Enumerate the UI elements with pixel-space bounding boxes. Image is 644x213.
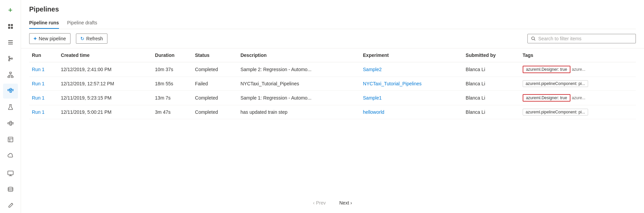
search-box[interactable] (527, 34, 636, 43)
chevron-left-icon: ‹ (313, 200, 315, 206)
prev-button[interactable]: ‹ Prev (309, 198, 330, 208)
svg-rect-12 (11, 76, 13, 78)
sidebar-item-branch[interactable] (3, 51, 18, 66)
tag-item: azureml.Designer: true (523, 94, 570, 102)
sidebar-item-cloud[interactable] (3, 148, 18, 163)
col-header-description: Description (238, 48, 360, 62)
tab-pipeline-drafts[interactable]: Pipeline drafts (67, 17, 97, 29)
run-link[interactable]: Run 1 (32, 95, 44, 101)
created-time: 12/12/2019, 12:57:12 PM (58, 77, 153, 91)
duration: 18m 55s (152, 77, 192, 91)
status: Completed (192, 105, 238, 119)
next-button[interactable]: Next › (335, 198, 356, 208)
experiment-link[interactable]: NYCTaxi_Tutorial_Pipelines (363, 81, 422, 86)
created-time: 12/11/2019, 5:23:15 PM (58, 91, 153, 105)
pagination: ‹ Prev Next › (21, 193, 644, 213)
table-body: Run 112/12/2019, 2:41:00 PM10m 37sComple… (29, 62, 636, 119)
sidebar-item-edit[interactable] (3, 198, 18, 213)
sidebar-item-computer[interactable] (3, 166, 18, 181)
svg-rect-1 (11, 24, 13, 26)
svg-rect-17 (8, 123, 9, 124)
prev-label: Prev (316, 200, 326, 206)
svg-rect-11 (8, 76, 10, 78)
svg-point-23 (8, 187, 13, 189)
main-content: Pipelines Pipeline runs Pipeline drafts … (21, 0, 644, 213)
table-row: Run 112/12/2019, 2:41:00 PM10m 37sComple… (29, 62, 636, 77)
svg-point-7 (8, 56, 10, 58)
sidebar-item-database[interactable] (3, 182, 18, 197)
svg-rect-6 (8, 44, 13, 44)
new-pipeline-label: New pipeline (39, 36, 66, 41)
tab-pipeline-runs[interactable]: Pipeline runs (29, 17, 59, 29)
tag-item: azureml.pipelineComponent: pi... (523, 109, 588, 115)
tags: azureml.Designer: trueazure... (520, 62, 636, 77)
sidebar-item-workflow[interactable] (3, 116, 18, 131)
tag-item: azureml.Designer: true (523, 66, 570, 73)
tags: azureml.pipelineComponent: pi... (520, 105, 636, 119)
sidebar-item-home[interactable] (3, 19, 18, 34)
submitted-by: Blanca Li (463, 77, 520, 91)
run-link[interactable]: Run 1 (32, 67, 44, 72)
description: has updated train step (238, 105, 360, 119)
toolbar: + New pipeline ↻ Refresh (21, 29, 644, 48)
created-time: 12/12/2019, 2:41:00 PM (58, 62, 153, 77)
svg-rect-13 (8, 89, 9, 91)
col-header-submitted-by: Submitted by (463, 48, 520, 62)
tags: azureml.Designer: trueazure... (520, 91, 636, 105)
page-header: Pipelines Pipeline runs Pipeline drafts (21, 0, 644, 29)
svg-rect-10 (9, 72, 12, 73)
duration: 13m 7s (152, 91, 192, 105)
sidebar-item-pipeline[interactable] (3, 84, 18, 99)
svg-point-8 (8, 60, 10, 61)
experiment-link[interactable]: Sample1 (363, 95, 382, 101)
refresh-icon: ↻ (80, 36, 84, 41)
tags: azureml.pipelineComponent: pi... (520, 77, 636, 91)
svg-rect-0 (8, 24, 10, 26)
sidebar-item-org[interactable] (3, 67, 18, 82)
sidebar-item-module[interactable] (3, 132, 18, 147)
submitted-by: Blanca Li (463, 105, 520, 119)
refresh-label: Refresh (86, 36, 103, 41)
pipeline-runs-table: Run Created time Duration Status Descrip… (29, 48, 636, 119)
run-link[interactable]: Run 1 (32, 81, 44, 86)
sidebar-item-list[interactable] (3, 35, 18, 50)
submitted-by: Blanca Li (463, 62, 520, 77)
tag-item-secondary: azure... (572, 67, 585, 72)
submitted-by: Blanca Li (463, 91, 520, 105)
svg-rect-22 (8, 171, 13, 175)
page-title: Pipelines (29, 5, 636, 13)
duration: 10m 37s (152, 62, 192, 77)
duration: 3m 47s (152, 105, 192, 119)
experiment-link[interactable]: Sample2 (363, 67, 382, 72)
new-pipeline-button[interactable]: + New pipeline (29, 33, 71, 44)
svg-rect-4 (8, 40, 13, 41)
created-time: 12/11/2019, 5:00:21 PM (58, 105, 153, 119)
tag-item-secondary: azure... (572, 95, 585, 100)
svg-rect-16 (12, 89, 14, 91)
svg-rect-5 (8, 42, 13, 43)
svg-rect-15 (10, 91, 12, 92)
experiment-link[interactable]: helloworld (363, 109, 384, 115)
sidebar: + (0, 0, 21, 213)
svg-rect-21 (8, 137, 13, 142)
col-header-experiment: Experiment (360, 48, 463, 62)
refresh-button[interactable]: ↻ Refresh (76, 34, 107, 44)
status: Completed (192, 62, 238, 77)
col-header-created-time: Created time (58, 48, 153, 62)
run-link[interactable]: Run 1 (32, 109, 44, 115)
table-row: Run 112/11/2019, 5:23:15 PM13m 7sComplet… (29, 91, 636, 105)
svg-rect-20 (12, 123, 14, 124)
sidebar-item-flask[interactable] (3, 100, 18, 115)
status: Failed (192, 77, 238, 91)
search-input[interactable] (538, 36, 632, 41)
description: NYCTaxi_Tutorial_Pipelines (238, 77, 360, 91)
table-row: Run 112/11/2019, 5:00:21 PM3m 47sComplet… (29, 105, 636, 119)
table-row: Run 112/12/2019, 12:57:12 PM18m 55sFaile… (29, 77, 636, 91)
plus-icon: + (34, 36, 37, 42)
svg-rect-14 (10, 88, 12, 90)
svg-point-9 (11, 58, 13, 59)
tag-item: azureml.pipelineComponent: pi... (523, 80, 588, 87)
description: Sample 1: Regression - Automo... (238, 91, 360, 105)
svg-point-24 (531, 37, 534, 40)
sidebar-add-button[interactable]: + (3, 3, 18, 18)
